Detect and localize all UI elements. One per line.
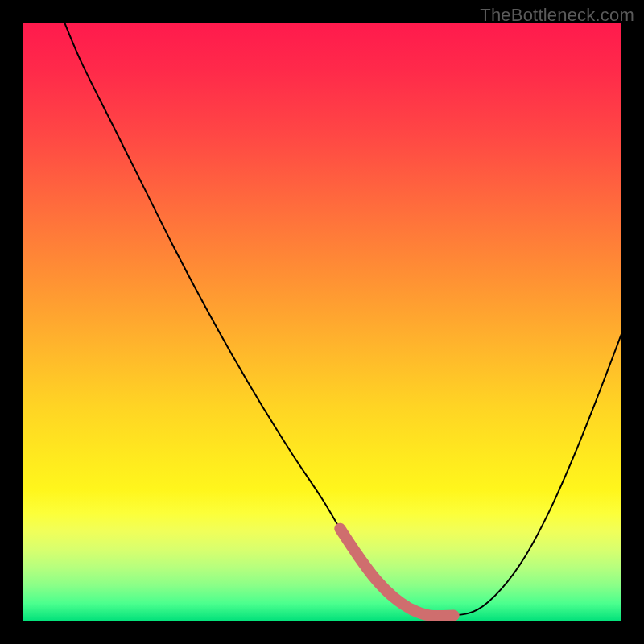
bottleneck-curve bbox=[23, 23, 621, 621]
plot-area bbox=[23, 23, 621, 621]
chart-frame: TheBottleneck.com bbox=[0, 0, 644, 644]
watermark-text: TheBottleneck.com bbox=[480, 5, 634, 26]
optimal-marker bbox=[340, 529, 453, 616]
